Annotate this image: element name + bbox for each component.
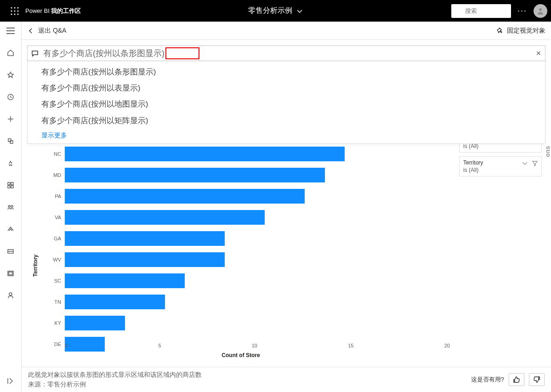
bar[interactable] (65, 231, 225, 246)
x-tick: 0 (65, 343, 68, 348)
bar-row: MD (50, 165, 450, 185)
thumbs-down-icon (533, 376, 540, 383)
svg-point-9 (456, 8, 460, 13)
highlight-box (165, 47, 199, 59)
feedback-label: 这是否有用? (471, 375, 504, 384)
bar-row: TN (50, 292, 450, 312)
bar[interactable] (65, 189, 305, 204)
bar-category-label: VA (50, 215, 61, 220)
pin-visual-button[interactable]: 固定视觉对象 (497, 27, 545, 35)
suggestion-item[interactable]: 有多少个商店(按州以矩阵显示) (28, 113, 545, 129)
qa-zone: 有多少个商店(按州以条形图显示) ✕ 有多少个商店(按州以条形图显示) 有多少个… (22, 40, 551, 61)
nav-more1-icon[interactable] (3, 268, 18, 279)
nav-create-icon[interactable] (3, 114, 18, 125)
chevron-down-icon (296, 7, 303, 15)
nav-home-icon[interactable] (3, 47, 18, 58)
svg-point-0 (11, 7, 12, 8)
svg-point-8 (17, 13, 18, 15)
thumbs-down-button[interactable] (529, 373, 545, 386)
nav-expand-icon[interactable] (3, 375, 18, 386)
clear-query-button[interactable]: ✕ (536, 50, 541, 57)
bar[interactable] (65, 295, 165, 309)
bar[interactable] (65, 252, 225, 267)
bar-row: PA (50, 187, 450, 206)
app-launcher-icon[interactable] (4, 7, 25, 15)
collapsed-pane-tab[interactable]: ons (544, 146, 551, 157)
x-tick: 5 (158, 343, 161, 348)
bar-row: WV (50, 250, 450, 269)
chevron-down-icon[interactable] (521, 159, 528, 167)
x-tick: 10 (252, 343, 257, 348)
bar-category-label: TN (50, 299, 61, 305)
top-app-bar: Power BI 我的工作区 零售分析示例 ··· (0, 0, 551, 22)
suggestion-item[interactable]: 有多少个商店(按州以表显示) (28, 80, 545, 96)
exit-qa-button[interactable]: 退出 Q&A (27, 27, 66, 35)
nav-goals-icon[interactable] (3, 158, 18, 169)
show-more-link[interactable]: 显示更多 (28, 129, 545, 141)
svg-point-6 (11, 13, 12, 15)
nav-datasets-icon[interactable] (3, 136, 18, 147)
bar[interactable] (65, 168, 325, 182)
filter-card[interactable]: Territory is (All) (459, 156, 542, 176)
exit-qa-label: 退出 Q&A (38, 27, 66, 35)
svg-point-16 (8, 205, 10, 207)
nav-more2-icon[interactable] (3, 290, 18, 301)
brand-label: Power BI 我的工作区 (25, 7, 81, 15)
svg-point-10 (539, 8, 542, 11)
bar-category-label: GA (50, 236, 61, 241)
nav-recent-icon[interactable] (3, 91, 18, 102)
nav-favorites-icon[interactable] (3, 69, 18, 80)
svg-point-4 (14, 10, 15, 11)
pin-icon (497, 27, 504, 34)
suggestion-item[interactable]: 有多少个商店(按州以条形图显示) (28, 64, 545, 80)
report-title-dropdown[interactable]: 零售分析示例 (248, 6, 303, 16)
search-icon (455, 7, 462, 15)
svg-point-7 (14, 13, 15, 15)
nav-learn-icon[interactable] (3, 224, 18, 235)
qa-input[interactable]: 有多少个商店(按州以条形图显示) ✕ (27, 45, 545, 61)
svg-point-1 (14, 7, 15, 8)
left-nav (0, 22, 22, 392)
report-title: 零售分析示例 (248, 6, 292, 16)
x-tick: 20 (444, 343, 450, 348)
suggestion-item[interactable]: 有多少个商店(按州以地图显示) (28, 96, 545, 112)
command-bar: 退出 Q&A 固定视觉对象 (22, 22, 551, 40)
filter-value: is (All) (463, 143, 538, 149)
nav-shared-icon[interactable] (3, 202, 18, 213)
bar-category-label: KY (50, 320, 61, 326)
bar-row: SC (50, 271, 450, 290)
qa-query-text: 有多少个商店(按州以条形图显示) (43, 48, 165, 59)
svg-rect-12 (8, 182, 10, 185)
more-options-icon[interactable]: ··· (517, 6, 527, 16)
clear-filter-icon[interactable] (531, 159, 539, 167)
filter-value: is (All) (463, 167, 538, 173)
bar-category-label: PA (50, 193, 61, 199)
bar[interactable] (65, 316, 125, 330)
svg-point-3 (11, 10, 12, 11)
bar-category-label: SC (50, 278, 61, 284)
svg-rect-13 (11, 182, 13, 185)
thumbs-up-icon (513, 376, 520, 383)
bar-row: KY (50, 313, 450, 333)
x-axis-title: Count of Store (222, 352, 260, 358)
chat-icon (31, 50, 39, 57)
user-avatar[interactable] (534, 4, 547, 18)
nav-workspaces-icon[interactable] (3, 246, 18, 257)
bar[interactable] (65, 210, 265, 225)
y-axis-title: Territory (32, 255, 39, 277)
bar-category-label: DE (50, 341, 61, 347)
search-input[interactable] (465, 7, 502, 14)
footer-bar: 此视觉对象以簇状条形图的形式显示区域和该区域内的商店数 来源：零售分析示例 这是… (22, 367, 551, 392)
nav-menu-toggle[interactable] (3, 25, 18, 36)
bar-row: GA (50, 229, 450, 248)
global-search[interactable] (451, 4, 511, 18)
bar[interactable] (65, 147, 345, 161)
bar-category-label: MD (50, 172, 61, 178)
svg-point-20 (9, 293, 12, 295)
thumbs-up-button[interactable] (509, 373, 524, 386)
svg-rect-14 (8, 186, 10, 188)
bar-category-label: NC (50, 151, 61, 157)
svg-point-17 (11, 205, 13, 207)
nav-apps-icon[interactable] (3, 180, 18, 191)
bar[interactable] (65, 273, 185, 288)
